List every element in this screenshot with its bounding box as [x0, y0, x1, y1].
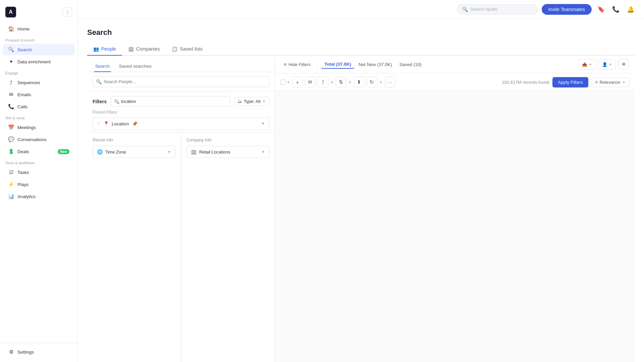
records-count: 182.617M records found [502, 80, 549, 85]
sidebar: A 〉 🏠 Home Prospect & enrich 🔍 Search ✦ … [0, 0, 78, 362]
global-search-placeholder: Search Apollo [471, 7, 497, 12]
sidebar-bottom: ⚙ Settings [0, 343, 77, 358]
main-content: 🔍 Search Apollo Invite Teammates 🔖 📞 🔔 S… [78, 0, 644, 362]
export-icon: 📤 [582, 62, 587, 67]
emails-icon: ✉ [8, 92, 14, 98]
add-button[interactable]: + [292, 77, 303, 87]
filter-tab-search[interactable]: Search [94, 61, 111, 72]
results-tab-net-new[interactable]: Net New (37.0K) [355, 61, 395, 68]
sequences-icon: ⤴ [8, 79, 14, 85]
settings-icon: ⚙ [8, 349, 14, 355]
calls-icon: 📞 [8, 104, 14, 110]
right-toolbar: 182.617M records found Apply Filters ≡ R… [502, 77, 629, 87]
sidebar-item-home[interactable]: 🏠 Home [3, 23, 75, 35]
deals-new-badge: New [58, 149, 69, 154]
sequence-button[interactable]: ⤴ [318, 77, 328, 87]
filter-panel: Search Saved searches 🔍 Filters 🔍 [87, 56, 275, 362]
sidebar-item-label: Search [17, 47, 32, 52]
tab-label: Companies [136, 46, 160, 52]
pinned-filters-label: Pinned Filters [93, 110, 269, 115]
more-caret[interactable]: ▼ [379, 80, 383, 84]
time-zone-filter[interactable]: 🌐 Time Zone ▼ [93, 146, 175, 158]
company-info-label: Company Info [186, 138, 269, 142]
sidebar-item-search[interactable]: 🔍 Search [3, 44, 75, 55]
hide-filters-button[interactable]: ≡ Hide Filters [280, 60, 314, 69]
tab-saved-lists[interactable]: 📋 Saved lists [166, 43, 209, 56]
download-button[interactable]: ⬇ [354, 77, 365, 87]
invite-teammates-button[interactable]: Invite Teammates [542, 4, 592, 15]
sidebar-item-deals[interactable]: 💲 Deals New [3, 146, 75, 157]
sort-caret[interactable]: ▼ [348, 80, 352, 84]
sidebar-item-analytics[interactable]: 📊 Analytics [3, 191, 75, 202]
tab-people[interactable]: 👥 People [87, 43, 122, 56]
sidebar-section-prospect: Prospect & enrich [0, 35, 77, 44]
sidebar-logo-area: A 〉 [0, 4, 77, 23]
filter-search-area: 🔍 [87, 72, 275, 92]
sidebar-item-calls[interactable]: 📞 Calls [3, 101, 75, 112]
sequence-caret[interactable]: ▼ [330, 80, 334, 84]
sidebar-item-settings[interactable]: ⚙ Settings [3, 346, 75, 358]
company-info-category: Company Info 🏢 Retail Locations ▼ [181, 132, 275, 362]
relevance-button[interactable]: ≡ Relevance ▼ [592, 77, 629, 87]
people-tab-icon: 👥 [93, 46, 99, 52]
notification-icon[interactable]: 🔔 [625, 4, 636, 15]
user-add-caret: ▼ [609, 63, 612, 66]
export-caret: ▼ [589, 63, 592, 66]
sidebar-item-emails[interactable]: ✉ Emails [3, 89, 75, 100]
time-zone-caret: ▼ [167, 150, 171, 154]
phone-icon[interactable]: 📞 [610, 4, 621, 15]
eye-button[interactable]: 👁 [619, 59, 629, 70]
email-button[interactable]: ✉ [305, 77, 316, 87]
time-zone-label: Time Zone [105, 149, 126, 155]
content-row: Search Saved searches 🔍 Filters 🔍 [87, 56, 635, 362]
tab-label: People [101, 46, 116, 52]
relevance-icon: ≡ [595, 80, 598, 84]
retail-locations-caret: ▼ [261, 150, 265, 154]
building-icon: 🏢 [191, 149, 197, 155]
enrichment-icon: ✦ [8, 59, 14, 65]
sidebar-item-data-enrichment[interactable]: ✦ Data enrichment [3, 56, 75, 67]
sidebar-item-label: Analytics [17, 194, 36, 199]
bookmark-icon[interactable]: 🔖 [596, 4, 606, 15]
companies-tab-icon: 🏢 [128, 46, 134, 52]
deals-icon: 💲 [8, 148, 14, 155]
pinned-filter-location[interactable]: ⠿ 📍 Location 📌 ▼ [93, 117, 269, 130]
sidebar-item-plays[interactable]: ⚡ Plays [3, 179, 75, 190]
tab-label: Saved lists [180, 46, 203, 52]
results-tab-saved[interactable]: Saved (10) [396, 61, 425, 68]
global-search[interactable]: 🔍 Search Apollo [457, 4, 538, 14]
collapse-sidebar-button[interactable]: 〉 [63, 7, 72, 17]
sidebar-section-engage: Engage [0, 68, 77, 76]
person-info-label: Person Info [93, 138, 175, 142]
checkbox-caret[interactable]: ▼ [287, 80, 290, 84]
filter-sort-button[interactable]: ⇅ [336, 77, 346, 87]
apply-filters-button[interactable]: Apply Filters [552, 77, 588, 87]
analytics-icon: 📊 [8, 193, 14, 199]
sidebar-section-win-close: Win & close [0, 113, 77, 121]
sidebar-item-conversations[interactable]: 💬 Conversations [3, 134, 75, 145]
tab-companies[interactable]: 🏢 Companies [122, 43, 166, 56]
sidebar-item-meetings[interactable]: 📅 Meetings [3, 122, 75, 133]
app-logo[interactable]: A [5, 7, 16, 17]
results-topbar: ≡ Hide Filters Total (37.0K) Net New (37… [275, 56, 635, 73]
filter-tab-saved-searches[interactable]: Saved searches [118, 61, 153, 72]
export-button[interactable]: 📤 ▼ [578, 59, 596, 70]
retail-locations-filter[interactable]: 🏢 Retail Locations ▼ [186, 146, 269, 158]
sidebar-item-tasks[interactable]: ☑ Tasks [3, 167, 75, 178]
sidebar-item-label: Calls [17, 104, 28, 109]
type-dropdown[interactable]: 🗂 Type: All ▼ [234, 97, 269, 106]
user-add-icon: 👤 [602, 62, 607, 67]
type-dropdown-caret: ▼ [262, 100, 266, 103]
results-tab-total[interactable]: Total (37.0K) [321, 60, 355, 69]
refresh-button[interactable]: ↻ [367, 77, 377, 87]
more-options-button[interactable]: ··· [385, 77, 395, 87]
pinned-filters-section: Pinned Filters ⠿ 📍 Location 📌 ▼ [87, 110, 275, 132]
select-all-checkbox[interactable] [280, 79, 286, 85]
filter-panel-tabs: Search Saved searches [87, 56, 275, 72]
filter-text-input[interactable] [111, 96, 230, 107]
user-add-button[interactable]: 👤 ▼ [598, 59, 616, 70]
sidebar-item-sequences[interactable]: ⤴ Sequences [3, 77, 75, 88]
pinned-filter-label: Location [112, 121, 129, 126]
toolbar-row: ▼ + ✉ ⤴ ▼ ⇅ ▼ ⬇ ↻ ▼ ··· 182.617M records… [275, 73, 635, 91]
search-people-input[interactable] [93, 76, 269, 87]
